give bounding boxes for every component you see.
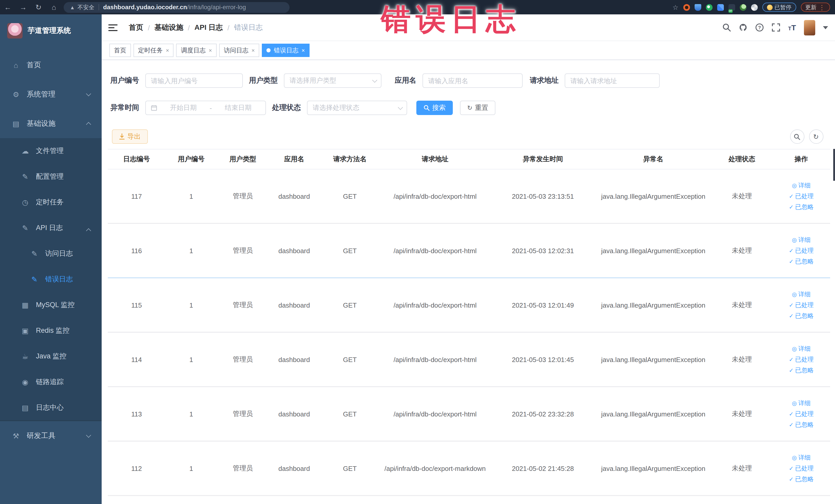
user-id-input[interactable]: [145, 74, 243, 88]
tab-home[interactable]: 首页: [109, 44, 131, 57]
search-button[interactable]: 搜索: [416, 101, 453, 115]
mark-processed-link[interactable]: ✓已处理: [789, 192, 813, 201]
browser-menu-icon[interactable]: ⋮: [819, 3, 825, 11]
extension-icon[interactable]: on: [728, 4, 735, 11]
mark-processed-link[interactable]: ✓已处理: [789, 464, 813, 473]
sidebar-item-system-management[interactable]: ⚙ 系统管理: [0, 80, 102, 109]
fullscreen-icon[interactable]: [772, 23, 780, 32]
address-bar[interactable]: ▲ 不安全 dashboard.yudao.iocoder.cn /infra/…: [64, 2, 289, 13]
process-status-label: 处理状态: [272, 103, 301, 113]
user-type-select[interactable]: 请选择用户类型: [284, 74, 382, 88]
sidebar-item-infrastructure[interactable]: ▤ 基础设施: [0, 109, 102, 138]
app-name-input[interactable]: [423, 74, 523, 88]
forward-icon[interactable]: →: [15, 3, 31, 11]
extension-icon[interactable]: [739, 4, 746, 11]
help-icon[interactable]: ?: [755, 23, 764, 32]
sidebar-item-mysql-monitor[interactable]: ▦ MySQL 监控: [0, 292, 102, 318]
tab-access-log[interactable]: 访问日志 ×: [219, 44, 260, 57]
sidebar-item-config-management[interactable]: ✎ 配置管理: [0, 164, 102, 189]
clock-icon: ◷: [21, 198, 30, 206]
cell-user-type: 管理员: [217, 191, 268, 201]
chevron-down-icon: [86, 91, 91, 96]
sidebar-item-redis-monitor[interactable]: ▣ Redis 监控: [0, 318, 102, 344]
extension-icon[interactable]: [706, 4, 712, 11]
mark-ignored-link[interactable]: ✓已忽略: [789, 420, 813, 429]
profile-paused-badge[interactable]: 已暂停: [762, 3, 796, 12]
tab-error-log[interactable]: 错误日志 ×: [262, 44, 309, 57]
export-button[interactable]: 导出: [112, 129, 148, 144]
tab-schedule-log[interactable]: 调度日志 ×: [176, 44, 217, 57]
process-status-select[interactable]: 请选择处理状态: [307, 101, 407, 115]
breadcrumb-home[interactable]: 首页: [129, 23, 143, 32]
check-icon: ✓: [789, 421, 793, 428]
detail-link[interactable]: ◎详细: [792, 290, 811, 299]
mark-ignored-link[interactable]: ✓已忽略: [789, 366, 813, 375]
back-icon[interactable]: ←: [0, 3, 15, 11]
cell-url: /api/infra/db-doc/export-html: [380, 410, 490, 418]
mark-ignored-link[interactable]: ✓已忽略: [789, 475, 813, 483]
update-button[interactable]: 更新 ⋮: [801, 3, 830, 12]
sidebar-item-java-monitor[interactable]: ☕ Java 监控: [0, 344, 102, 369]
mark-ignored-link[interactable]: ✓已忽略: [789, 257, 813, 266]
error-log-table: 日志编号 用户编号 用户类型 应用名 请求方法名 请求地址 异常发生时间 异常名…: [108, 149, 830, 496]
detail-link[interactable]: ◎详细: [792, 453, 811, 462]
exception-time-range-picker[interactable]: 开始日期 - 结束日期: [145, 101, 266, 115]
sidebar-item-scheduled-tasks[interactable]: ◷ 定时任务: [0, 189, 102, 215]
breadcrumb-infrastructure[interactable]: 基础设施: [155, 23, 183, 32]
scrollbar-thumb[interactable]: [833, 149, 835, 181]
detail-link[interactable]: ◎详细: [792, 344, 811, 353]
font-size-icon[interactable]: TT: [788, 23, 796, 32]
warning-icon: ▲: [70, 4, 75, 10]
mark-ignored-link[interactable]: ✓已忽略: [789, 203, 813, 211]
mark-processed-link[interactable]: ✓已处理: [789, 355, 813, 364]
sidebar-item-home[interactable]: ⌂ 首页: [0, 50, 102, 80]
cell-url: /api/infra/db-doc/export-html: [380, 356, 490, 363]
mark-processed-link[interactable]: ✓已处理: [789, 301, 813, 309]
refresh-button[interactable]: ↻: [809, 129, 823, 144]
sidebar-item-log-center[interactable]: ▤ 日志中心: [0, 395, 102, 421]
request-url-input[interactable]: [565, 74, 660, 88]
mark-processed-link[interactable]: ✓已处理: [789, 409, 813, 418]
app-logo[interactable]: 芋道管理系统: [0, 14, 102, 41]
detail-link[interactable]: ◎详细: [792, 399, 811, 407]
sidebar-item-file-management[interactable]: ☁ 文件管理: [0, 138, 102, 164]
extension-icon[interactable]: [694, 4, 701, 11]
user-avatar[interactable]: [804, 20, 815, 35]
sidebar: 芋道管理系统 ⌂ 首页 ⚙ 系统管理 ▤ 基础设施 ☁ 文件管理: [0, 14, 102, 504]
home-icon[interactable]: ⌂: [46, 3, 62, 11]
toggle-search-button[interactable]: [790, 129, 804, 144]
sidebar-item-trace[interactable]: ◉ 链路追踪: [0, 369, 102, 395]
close-icon[interactable]: ×: [209, 47, 212, 54]
bookmark-star-icon[interactable]: ☆: [673, 3, 678, 11]
cell-actions: ◎详细 ✓已处理 ✓已忽略: [773, 344, 830, 375]
close-icon[interactable]: ×: [251, 47, 255, 54]
cell-app: dashboard: [268, 464, 320, 472]
detail-link[interactable]: ◎详细: [792, 236, 811, 244]
cell-user-type: 管理员: [217, 464, 268, 473]
github-icon[interactable]: [739, 23, 748, 32]
view-icon: ◎: [792, 454, 797, 461]
sidebar-item-dev-tools[interactable]: ⚒ 研发工具: [0, 421, 102, 450]
extension-icon[interactable]: [683, 4, 690, 11]
mark-processed-link[interactable]: ✓已处理: [789, 246, 813, 255]
search-icon[interactable]: [722, 23, 731, 32]
sidebar-item-api-log[interactable]: ✎ API 日志: [0, 215, 102, 241]
close-icon[interactable]: ×: [302, 47, 305, 54]
annotation-overlay: 错误日志: [381, 3, 521, 35]
breadcrumb-api-log[interactable]: API 日志: [195, 23, 223, 32]
collapse-sidebar-icon[interactable]: [108, 23, 118, 32]
cell-exception: java.lang.IllegalArgumentException: [595, 464, 711, 472]
reload-icon[interactable]: ↻: [31, 3, 46, 11]
sidebar-item-error-log[interactable]: ✎ 错误日志: [0, 266, 102, 292]
detail-link[interactable]: ◎详细: [792, 181, 811, 190]
close-icon[interactable]: ×: [166, 47, 169, 54]
extension-icon[interactable]: [717, 4, 724, 11]
tools-icon: ⚒: [11, 431, 21, 440]
security-label[interactable]: 不安全: [78, 3, 95, 11]
reset-button[interactable]: ↻ 重置: [460, 101, 495, 115]
extension-icon[interactable]: [751, 4, 757, 11]
mark-ignored-link[interactable]: ✓已忽略: [789, 311, 813, 320]
tab-scheduled-tasks[interactable]: 定时任务 ×: [134, 44, 174, 57]
sidebar-item-access-log[interactable]: ✎ 访问日志: [0, 241, 102, 266]
avatar-dropdown-caret[interactable]: [823, 26, 828, 29]
